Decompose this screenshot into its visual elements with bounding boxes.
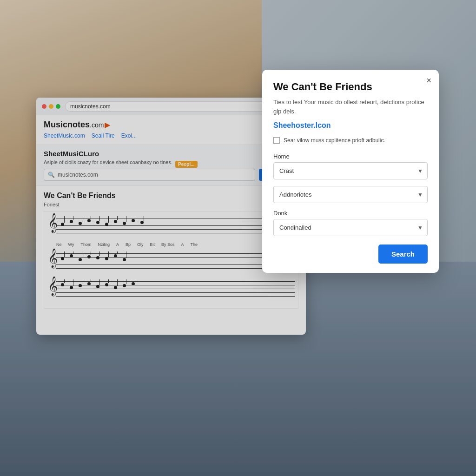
modal-field-addnoriotes: Addnoriotes Option 2 Option 3 ▼: [273, 186, 428, 203]
search-modal: × We Can't Be Friends Ties to lest Your …: [262, 70, 439, 273]
modal-field-home: Home Crast Option 2 Option 3 ▼: [273, 153, 428, 179]
modal-description: Ties to lest Your music do ollest reteur…: [273, 98, 428, 116]
modal-close-button[interactable]: ×: [426, 76, 431, 85]
modal-field-donk: Donk Condinalled Option 2 Option 3 ▼: [273, 210, 428, 236]
modal-select-addnoriotes[interactable]: Addnoriotes Option 2 Option 3: [273, 186, 428, 203]
modal-checkbox-row: Sear vilow muss cxplitence prioft adbuli…: [273, 136, 428, 145]
modal-select-donk-wrapper: Condinalled Option 2 Option 3 ▼: [273, 219, 428, 236]
modal-title: We Can't Be Friends: [273, 81, 428, 93]
modal-action-row: Search: [273, 243, 428, 264]
modal-checkbox[interactable]: [273, 137, 280, 144]
modal-select-addnoriotes-wrapper: Addnoriotes Option 2 Option 3 ▼: [273, 186, 428, 203]
modal-select-home-wrapper: Crast Option 2 Option 3 ▼: [273, 162, 428, 179]
modal-search-button[interactable]: Search: [378, 245, 428, 264]
modal-overlay: × We Can't Be Friends Ties to lest Your …: [0, 0, 476, 476]
modal-field-donk-label: Donk: [273, 210, 428, 217]
modal-select-home[interactable]: Crast Option 2 Option 3: [273, 162, 428, 179]
modal-checkbox-label: Sear vilow muss cxplitence prioft adbuli…: [284, 136, 385, 145]
modal-select-donk[interactable]: Condinalled Option 2 Option 3: [273, 219, 428, 236]
modal-link[interactable]: Sheehoster.lcon: [273, 121, 428, 130]
modal-field-home-label: Home: [273, 153, 428, 160]
